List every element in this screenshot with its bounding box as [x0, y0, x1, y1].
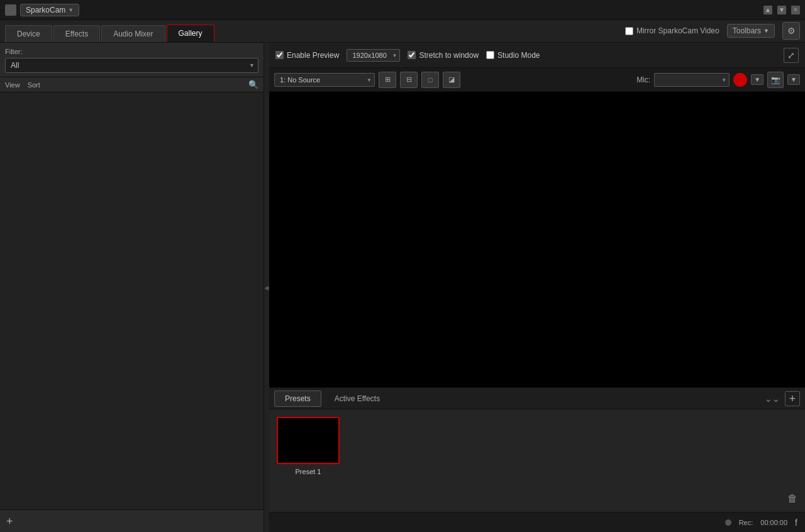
mirror-label: Mirror SparkoCam Video — [636, 26, 719, 35]
resolution-dropdown[interactable]: 1920x1080 1280x720 640x480 — [347, 49, 400, 62]
filter-dropdown[interactable]: All — [5, 58, 258, 73]
view-sort-bar: View Sort 🔍 — [0, 77, 264, 92]
left-footer: + — [0, 509, 264, 532]
panel-splitter[interactable]: ◀ — [264, 43, 269, 532]
mic-dropdown[interactable] — [654, 73, 730, 87]
status-indicator — [725, 519, 731, 526]
stretch-label: Stretch to window — [419, 51, 479, 60]
sort-button[interactable]: Sort — [28, 81, 40, 89]
collapse-button[interactable]: ⌄⌄ — [765, 394, 780, 404]
source-right: Mic: ▼ 📷 ▼ — [636, 72, 800, 88]
search-button[interactable]: 🔍 — [248, 80, 258, 89]
header-options: Mirror SparkoCam Video Toolbars ▼ ⚙ — [625, 22, 800, 42]
app-dropdown-arrow: ▼ — [68, 7, 74, 13]
status-bar: Rec: 00:00:00 f — [269, 512, 805, 532]
toolbars-button[interactable]: Toolbars ▼ — [727, 24, 775, 38]
gallery-grid — [0, 92, 264, 509]
resolution-dropdown-wrap: 1920x1080 1280x720 640x480 — [347, 49, 400, 62]
studio-option[interactable]: Studio Mode — [486, 51, 540, 60]
preset-label: Preset 1 — [296, 468, 321, 475]
tab-audio-mixer[interactable]: Audio Mixer — [101, 25, 165, 42]
mic-dropdown-wrap — [654, 73, 730, 87]
source-dropdown[interactable]: 1: No Source — [274, 73, 375, 87]
titlebar-left: SparkoCam ▼ — [5, 4, 79, 16]
record-button[interactable] — [733, 73, 747, 87]
tab-device[interactable]: Device — [5, 25, 52, 42]
view-button[interactable]: View — [5, 81, 20, 89]
tabs-container: Device Effects Audio Mixer Gallery — [5, 25, 214, 42]
titlebar: SparkoCam ▼ ▲ ▼ × — [0, 0, 805, 20]
scene-add-button[interactable]: ⊞ — [379, 72, 396, 88]
minimize-button[interactable]: ▲ — [763, 6, 772, 14]
scene-pip-button[interactable]: ◪ — [443, 72, 460, 88]
enable-preview-label: Enable Preview — [287, 51, 339, 60]
filter-dropdown-wrap: All — [5, 58, 258, 73]
view-sort-left: View Sort — [5, 81, 40, 89]
rec-time: 00:00:00 — [760, 519, 787, 526]
fullscreen-button[interactable]: ⤢ — [784, 48, 799, 63]
tab-gallery[interactable]: Gallery — [167, 25, 214, 42]
scene-remove-button[interactable]: ⊟ — [400, 72, 418, 88]
tab-presets[interactable]: Presets — [274, 391, 321, 407]
enable-preview-checkbox[interactable] — [275, 51, 284, 59]
preview-toolbar: Enable Preview 1920x1080 1280x720 640x48… — [269, 43, 805, 68]
titlebar-controls: ▲ ▼ × — [763, 6, 800, 14]
bottom-tabs-right: ⌄⌄ + — [765, 391, 800, 406]
studio-checkbox[interactable] — [486, 51, 494, 59]
scene-view-button[interactable]: □ — [421, 72, 439, 88]
source-left: 1: No Source ⊞ ⊟ □ ◪ — [274, 72, 460, 88]
bottom-panel: Presets Active Effects ⌄⌄ + Preset 1 🗑 R… — [269, 387, 805, 532]
studio-label: Studio Mode — [497, 51, 540, 60]
filter-row: All — [5, 58, 258, 73]
bottom-tabs: Presets Active Effects — [274, 391, 391, 407]
stretch-checkbox[interactable] — [408, 51, 416, 59]
filter-label: Filter: — [5, 48, 258, 55]
mirror-option[interactable]: Mirror SparkoCam Video — [625, 26, 719, 35]
gear-icon: ⚙ — [787, 26, 796, 36]
delete-preset-button[interactable]: 🗑 — [787, 493, 797, 504]
settings-button[interactable]: ⚙ — [782, 22, 800, 40]
mirror-checkbox[interactable] — [625, 27, 633, 35]
mic-label: Mic: — [636, 75, 650, 84]
toolbars-label: Toolbars — [733, 26, 761, 35]
tab-active-effects[interactable]: Active Effects — [324, 391, 391, 407]
snapshot-dropdown-button[interactable]: ▼ — [787, 74, 800, 85]
maximize-button[interactable]: ▼ — [777, 6, 786, 14]
preset-item[interactable]: Preset 1 — [277, 417, 340, 504]
tabbar: Device Effects Audio Mixer Gallery Mirro… — [0, 20, 805, 43]
stretch-option[interactable]: Stretch to window — [408, 51, 479, 60]
source-toolbar: 1: No Source ⊞ ⊟ □ ◪ Mic: ▼ 📷 ▼ — [269, 68, 805, 92]
splitter-icon: ◀ — [264, 284, 269, 291]
toolbars-arrow: ▼ — [763, 28, 769, 34]
video-preview — [269, 92, 805, 387]
record-dropdown-button[interactable]: ▼ — [751, 74, 763, 85]
add-preset-button[interactable]: + — [785, 391, 800, 406]
rec-label: Rec: — [739, 519, 753, 526]
add-gallery-button[interactable]: + — [6, 516, 13, 527]
right-panel: Enable Preview 1920x1080 1280x720 640x48… — [269, 43, 805, 532]
app-title-label: SparkoCam — [26, 6, 65, 14]
tab-effects[interactable]: Effects — [53, 25, 100, 42]
source-dropdown-wrap: 1: No Source — [274, 73, 375, 87]
presets-content: Preset 1 🗑 — [269, 409, 805, 512]
snapshot-button[interactable]: 📷 — [767, 72, 784, 88]
main-layout: Filter: All View Sort 🔍 + ◀ — [0, 43, 805, 532]
enable-preview-option[interactable]: Enable Preview — [275, 51, 339, 60]
app-logo — [5, 4, 16, 16]
app-title-button[interactable]: SparkoCam ▼ — [20, 4, 79, 16]
bottom-tabs-bar: Presets Active Effects ⌄⌄ + — [269, 388, 805, 409]
left-panel: Filter: All View Sort 🔍 + — [0, 43, 264, 532]
fullscreen-icon: ⤢ — [787, 50, 795, 60]
share-button[interactable]: f — [795, 518, 797, 528]
filter-section: Filter: All — [0, 43, 264, 77]
close-button[interactable]: × — [791, 6, 800, 14]
preset-thumbnail — [277, 417, 340, 464]
